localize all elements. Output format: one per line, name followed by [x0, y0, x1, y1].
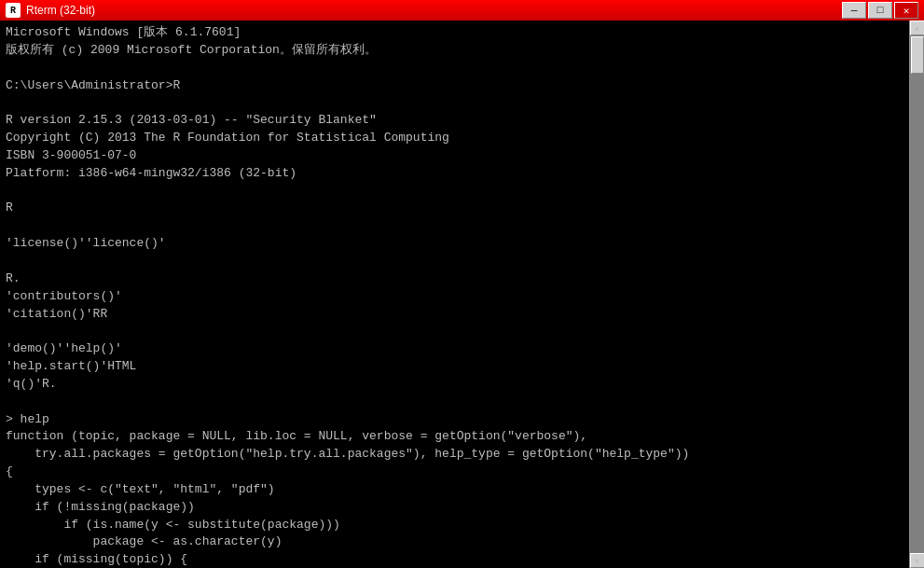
terminal-output[interactable]: Microsoft Windows [版本 6.1.7601] 版权所有 (c)… [0, 21, 909, 568]
scroll-up-button[interactable]: ▲ [910, 21, 925, 35]
window: R Rterm (32-bit) — □ ✕ Microsoft Windows… [0, 0, 924, 568]
maximize-button[interactable]: □ [868, 2, 892, 19]
scrollbar-track[interactable] [910, 35, 924, 553]
app-icon: R [6, 3, 21, 18]
minimize-button[interactable]: — [842, 2, 866, 19]
title-bar: R Rterm (32-bit) — □ ✕ [0, 0, 924, 21]
scrollbar: ▲ ▼ [909, 21, 924, 568]
scroll-down-button[interactable]: ▼ [910, 553, 925, 568]
window-title: Rterm (32-bit) [26, 4, 95, 17]
scrollbar-thumb[interactable] [911, 36, 924, 74]
window-controls: — □ ✕ [842, 2, 918, 19]
terminal-container: Microsoft Windows [版本 6.1.7601] 版权所有 (c)… [0, 21, 924, 568]
title-bar-left: R Rterm (32-bit) [6, 3, 95, 18]
close-button[interactable]: ✕ [894, 2, 918, 19]
